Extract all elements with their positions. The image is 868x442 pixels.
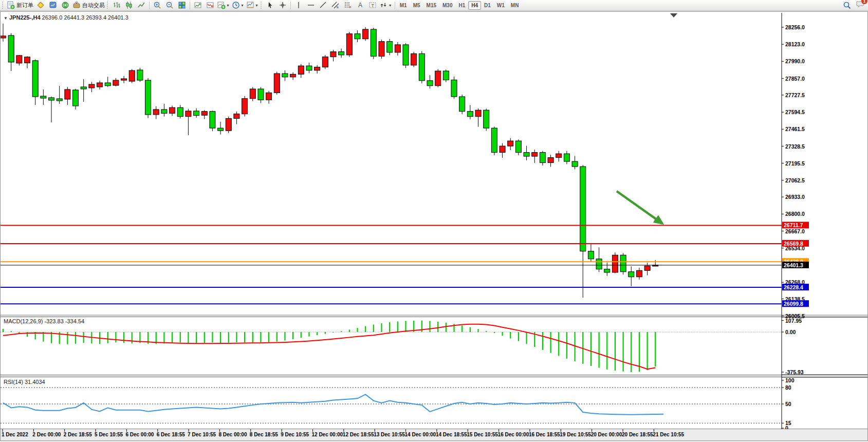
chart-canvas[interactable]: 28256.028123.027990.027857.027727.527594…	[1, 12, 867, 440]
text-tool[interactable]: A	[354, 1, 366, 10]
candle-body	[210, 112, 215, 128]
period-clock-button[interactable]: ▼	[231, 1, 245, 10]
crosshair-tool-button[interactable]	[276, 1, 289, 10]
rsi-scale-label: 100	[785, 377, 795, 383]
candle-body	[306, 66, 312, 70]
macd-pane[interactable]	[1, 317, 782, 375]
candle-body	[73, 90, 79, 106]
candle-body	[644, 266, 650, 270]
trendline-tool[interactable]	[317, 1, 329, 10]
time-label: 20 Dec 18:55	[622, 432, 653, 437]
arrows-icon	[380, 1, 388, 9]
new-order-button[interactable]: 新订单	[6, 1, 34, 10]
candle-body	[629, 272, 634, 277]
tab-timeframe-h4[interactable]: H4	[468, 1, 481, 10]
candle-body	[596, 259, 602, 269]
candle-body	[290, 74, 296, 77]
level-price-tag: 26711.7	[782, 222, 809, 228]
zoom-out-button[interactable]	[163, 1, 176, 10]
candle-body	[161, 109, 167, 113]
add-indicator-button[interactable]: ▼	[216, 1, 231, 10]
tab-timeframe-m15[interactable]: M15	[423, 1, 439, 10]
arrows-tool[interactable]: ▼	[379, 1, 393, 10]
price-label: 26667.0	[785, 228, 805, 234]
candle-body	[298, 66, 304, 74]
candle-body	[282, 73, 288, 77]
macd-scale-label: -375.93	[785, 369, 804, 375]
tab-timeframe-d1[interactable]: D1	[481, 1, 494, 10]
candle-body	[57, 99, 62, 101]
candle-body	[636, 270, 642, 277]
symbol-ohlc: 26396.0 26441.3 26393.4 26401.3	[42, 14, 128, 21]
tab-timeframe-w1[interactable]: W1	[494, 1, 508, 10]
candle-body	[580, 167, 586, 251]
tab-timeframe-m5[interactable]: M5	[410, 1, 423, 10]
candle	[419, 51, 424, 83]
toolbar-drag-handle	[107, 2, 109, 9]
tab-timeframe-m30[interactable]: M30	[439, 1, 455, 10]
pane-splitter[interactable]	[1, 315, 867, 317]
candlestick-mode-button[interactable]	[123, 1, 135, 10]
fibonacci-tool[interactable]: F	[342, 1, 354, 10]
candle-body	[532, 153, 538, 156]
price-label: 27461.5	[785, 126, 805, 132]
indicator-list-button[interactable]	[204, 1, 216, 10]
main-chart-area[interactable]	[1, 13, 782, 315]
current-price-tag: 26401.3	[782, 262, 809, 268]
candle	[129, 69, 135, 83]
candle-body	[604, 269, 610, 272]
candle-body	[274, 73, 280, 93]
text-label-tool[interactable]: T	[366, 1, 379, 10]
zoom-out-icon	[165, 1, 174, 9]
profile-button[interactable]	[47, 1, 59, 10]
candle-body	[258, 89, 264, 100]
chat-button[interactable]: 1	[856, 0, 865, 10]
candle-body	[459, 97, 465, 112]
candle-body	[435, 71, 441, 86]
indicator-window-button[interactable]	[192, 1, 204, 10]
cursor-tool-button[interactable]	[264, 1, 276, 10]
line-chart-mode-button[interactable]	[135, 1, 147, 10]
symbol-info-bar: ▼ JPN225-,H4 26396.0 26441.3 26393.4 264…	[4, 14, 128, 21]
vertical-line-tool[interactable]	[292, 1, 305, 10]
bar-chart-mode-button[interactable]	[110, 1, 123, 10]
tab-timeframe-mn[interactable]: MN	[508, 1, 522, 10]
autotrading-button[interactable]: 自动交易	[71, 1, 106, 10]
pane-splitter[interactable]	[1, 375, 867, 377]
text-icon: A	[356, 1, 364, 9]
rsi-pane[interactable]	[1, 377, 782, 429]
time-label: 1 Dec 2022	[2, 432, 28, 437]
tab-timeframe-m1[interactable]: M1	[397, 1, 410, 10]
one-click-expander-icon[interactable]: ▼	[4, 16, 8, 21]
candle	[363, 27, 368, 41]
signals-button[interactable]	[59, 1, 71, 10]
tile-windows-button[interactable]	[176, 1, 188, 10]
search-icon[interactable]	[843, 1, 852, 10]
zoom-in-button[interactable]	[151, 1, 163, 10]
tab-timeframe-h1[interactable]: H1	[455, 1, 468, 10]
horizontal-line-tool[interactable]	[305, 1, 317, 10]
candle-body	[548, 158, 553, 163]
profile-icon	[49, 1, 57, 9]
candle-body	[250, 89, 255, 99]
candle-body	[1, 36, 6, 38]
candle-body	[612, 255, 618, 272]
time-label: 14 Dec 18:55	[436, 432, 467, 437]
time-label: 21 Dec 10:55	[653, 432, 684, 437]
new-order-icon	[7, 1, 15, 9]
add-indicator-icon	[217, 1, 226, 9]
line-chart-icon	[137, 1, 145, 9]
price-axis[interactable]	[782, 12, 867, 429]
equidistant-channel-tool[interactable]: E	[329, 1, 342, 10]
level-price-tag: 26569.8	[782, 240, 809, 247]
chevron-down-icon: ▼	[255, 4, 258, 7]
trading-terminal: 新订单 自动	[0, 0, 868, 442]
time-label: 2 Dec 18:55	[64, 432, 92, 437]
candle-body	[145, 80, 151, 115]
template-button[interactable]: ▼	[245, 1, 260, 10]
time-label: 12 Dec 18:55	[343, 432, 374, 437]
candle-body	[113, 80, 119, 85]
toolbar-drag-handle	[261, 2, 263, 9]
charts-button[interactable]	[34, 1, 47, 10]
autotrading-label: 自动交易	[82, 2, 105, 9]
